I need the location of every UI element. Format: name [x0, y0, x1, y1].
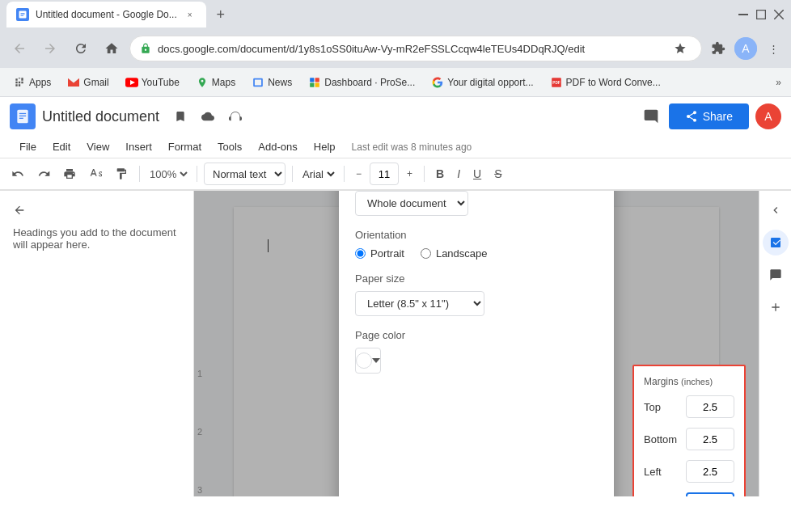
- browser-frame: Untitled document - Google Do... × +: [0, 0, 791, 532]
- font-size-increase[interactable]: +: [402, 163, 417, 185]
- svg-text:PDF: PDF: [552, 81, 560, 85]
- bookmark-news[interactable]: News: [245, 73, 298, 92]
- minimize-button[interactable]: [738, 9, 749, 20]
- menu-edit[interactable]: Edit: [46, 137, 77, 156]
- menu-insert[interactable]: Insert: [119, 137, 159, 156]
- main-area: Headings you add to the document will ap…: [0, 191, 791, 496]
- docs-header-right: Share A: [640, 103, 781, 129]
- pdf-icon: PDF: [550, 76, 563, 89]
- svg-rect-15: [315, 82, 319, 87]
- redo-button[interactable]: [32, 163, 55, 185]
- paint-format-button[interactable]: [110, 163, 133, 185]
- title-bar-left: Untitled document - Google Do... × +: [6, 2, 731, 27]
- undo-button[interactable]: [6, 163, 29, 185]
- forward-button[interactable]: [37, 36, 63, 61]
- url-bar[interactable]: docs.google.com/document/d/1y8s1oSS0ituA…: [129, 36, 702, 61]
- landscape-radio[interactable]: [421, 248, 431, 259]
- sidebar-plus-icon[interactable]: [763, 294, 789, 320]
- bookmark-dashboard-label: Dashboard · ProSe...: [324, 77, 415, 88]
- share-button[interactable]: Share: [669, 103, 749, 129]
- refresh-button[interactable]: [68, 36, 94, 61]
- menu-view[interactable]: View: [80, 137, 116, 156]
- user-avatar[interactable]: A: [755, 103, 781, 129]
- bookmark-pdf[interactable]: PDF PDF to Word Conve...: [544, 73, 667, 92]
- menu-format[interactable]: Format: [162, 137, 208, 156]
- outline-empty-text: Headings you add to the document will ap…: [13, 226, 180, 251]
- menu-tools[interactable]: Tools: [211, 137, 248, 156]
- comment-button[interactable]: [640, 105, 662, 128]
- portrait-label: Portrait: [370, 247, 404, 260]
- paper-size-select[interactable]: Letter (8.5" x 11"): [355, 291, 484, 316]
- sidebar-chat-icon[interactable]: [763, 262, 789, 288]
- portrait-radio[interactable]: [355, 248, 366, 259]
- bookmark-doc-icon[interactable]: [169, 105, 192, 128]
- sidebar-expand-icon[interactable]: [763, 197, 789, 223]
- page-color-button[interactable]: [355, 348, 381, 374]
- svg-rect-2: [21, 15, 25, 15]
- chrome-menu-icon[interactable]: ⋮: [762, 37, 785, 60]
- bookmarks-bar: Apps Gmail YouTube Maps News: [0, 68, 791, 97]
- cloud-save-icon[interactable]: [197, 105, 219, 128]
- font-size-input[interactable]: [370, 163, 399, 185]
- bookmark-digital[interactable]: Your digital opport...: [425, 73, 539, 92]
- bookmark-maps[interactable]: Maps: [189, 73, 242, 92]
- url-text: docs.google.com/document/d/1y8s1oSS0ituA…: [158, 43, 585, 55]
- apply-to-select[interactable]: Whole document: [355, 191, 468, 216]
- svg-rect-13: [315, 78, 319, 82]
- toolbar-sep-1: [139, 166, 140, 182]
- bookmark-dashboard[interactable]: Dashboard · ProSe...: [302, 73, 421, 92]
- paper-size-group: Paper size Letter (8.5" x 11"): [355, 272, 598, 316]
- bookmark-gmail-label: Gmail: [83, 77, 108, 88]
- menu-file[interactable]: File: [13, 137, 43, 156]
- bookmark-star-icon[interactable]: [669, 37, 692, 60]
- bookmark-news-label: News: [268, 77, 292, 88]
- back-button[interactable]: [6, 36, 32, 61]
- tab-close-button[interactable]: ×: [184, 8, 197, 21]
- bookmarks-more-button[interactable]: »: [772, 74, 785, 91]
- paper-size-label: Paper size: [355, 272, 598, 285]
- active-tab[interactable]: Untitled document - Google Do... ×: [6, 2, 206, 27]
- svg-rect-21: [19, 118, 23, 119]
- toolbar-sep-3: [292, 166, 293, 182]
- menu-bar: File Edit View Insert Format Tools Add-o…: [0, 136, 791, 158]
- close-button[interactable]: [773, 9, 785, 20]
- strikethrough-button[interactable]: S: [489, 163, 506, 185]
- toolbar: 100% Normal text Arial − + B I U S: [0, 158, 791, 190]
- zoom-select[interactable]: 100%: [146, 163, 190, 185]
- share-label: Share: [703, 110, 733, 123]
- google-icon: [431, 76, 444, 89]
- style-select[interactable]: Normal text: [204, 163, 286, 185]
- menu-help[interactable]: Help: [307, 137, 342, 156]
- bookmark-apps[interactable]: Apps: [6, 73, 57, 92]
- home-button[interactable]: [99, 36, 125, 61]
- landscape-option[interactable]: Landscape: [421, 247, 488, 260]
- landscape-label: Landscape: [436, 247, 488, 260]
- page-color-label: Page color: [355, 329, 598, 341]
- bold-button[interactable]: B: [431, 163, 449, 185]
- maximize-button[interactable]: [755, 9, 767, 20]
- headphone-icon[interactable]: [224, 105, 247, 128]
- orientation-label: Orientation: [355, 229, 598, 241]
- bookmark-gmail[interactable]: Gmail: [61, 73, 115, 92]
- sidebar-tools-icon[interactable]: [763, 230, 789, 255]
- font-select[interactable]: Arial: [299, 163, 337, 185]
- extensions-icon[interactable]: [707, 37, 730, 60]
- sidebar-back-button[interactable]: [13, 204, 180, 217]
- bookmark-youtube[interactable]: YouTube: [119, 73, 186, 92]
- doc-canvas: 1 2 3 4 5 Page setup ×: [194, 191, 759, 496]
- orientation-options: Portrait Landscape: [355, 247, 598, 260]
- menu-addons[interactable]: Add-ons: [252, 137, 303, 156]
- new-tab-button[interactable]: +: [209, 3, 232, 26]
- underline-button[interactable]: U: [468, 163, 486, 185]
- svg-rect-14: [310, 82, 314, 87]
- font-size-decrease[interactable]: −: [351, 163, 366, 185]
- svg-rect-19: [19, 113, 26, 114]
- italic-button[interactable]: I: [452, 163, 465, 185]
- portrait-option[interactable]: Portrait: [355, 247, 404, 260]
- profile-avatar[interactable]: A: [734, 37, 757, 60]
- tab-favicon: [16, 8, 29, 21]
- url-action-icons: [669, 37, 692, 60]
- color-circle: [356, 353, 372, 369]
- print-button[interactable]: [58, 163, 81, 185]
- spellcheck-button[interactable]: [84, 163, 107, 185]
